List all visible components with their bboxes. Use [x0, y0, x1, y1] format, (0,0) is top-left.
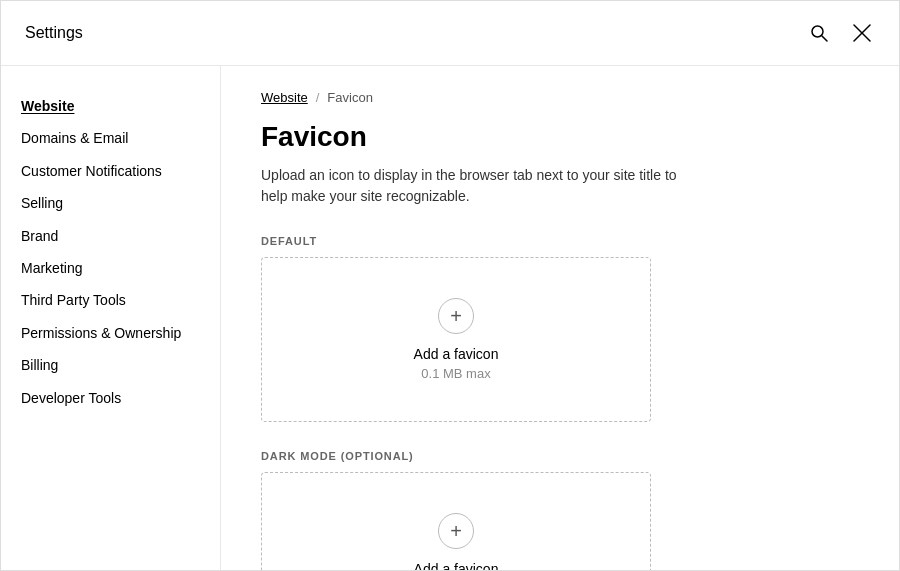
close-icon: [853, 24, 871, 42]
modal-body: Website Domains & Email Customer Notific…: [1, 66, 899, 570]
breadcrumb-current: Favicon: [327, 90, 373, 105]
search-icon: [809, 23, 829, 43]
dark-mode-section-label: DARK MODE (OPTIONAL): [261, 450, 859, 462]
main-content: Website / Favicon Favicon Upload an icon…: [221, 66, 899, 570]
page-title: Favicon: [261, 121, 859, 153]
svg-line-1: [822, 36, 827, 41]
settings-modal: Settings Website Domains & Email Custome…: [0, 0, 900, 571]
close-button[interactable]: [849, 20, 875, 46]
svg-point-0: [812, 26, 823, 37]
breadcrumb: Website / Favicon: [261, 90, 859, 105]
sidebar-item-customer-notifications[interactable]: Customer Notifications: [21, 155, 200, 187]
sidebar-item-marketing[interactable]: Marketing: [21, 252, 200, 284]
dark-mode-upload-label: Add a favicon: [414, 561, 499, 570]
default-upload-label: Add a favicon: [414, 346, 499, 362]
sidebar-item-developer-tools[interactable]: Developer Tools: [21, 382, 200, 414]
dark-mode-upload-box[interactable]: + Add a favicon 0.1 MB max: [261, 472, 651, 570]
sidebar-item-third-party-tools[interactable]: Third Party Tools: [21, 284, 200, 316]
sidebar-item-domains-email[interactable]: Domains & Email: [21, 122, 200, 154]
dark-mode-upload-plus-icon: +: [438, 513, 474, 549]
default-upload-sub: 0.1 MB max: [421, 366, 490, 381]
header-actions: [805, 19, 875, 47]
sidebar-item-selling[interactable]: Selling: [21, 187, 200, 219]
sidebar: Website Domains & Email Customer Notific…: [1, 66, 221, 570]
breadcrumb-parent[interactable]: Website: [261, 90, 308, 105]
default-section-label: DEFAULT: [261, 235, 859, 247]
modal-title: Settings: [25, 24, 83, 42]
page-description: Upload an icon to display in the browser…: [261, 165, 681, 207]
default-upload-plus-icon: +: [438, 298, 474, 334]
search-button[interactable]: [805, 19, 833, 47]
sidebar-item-website[interactable]: Website: [21, 90, 200, 122]
breadcrumb-separator: /: [316, 90, 320, 105]
sidebar-item-brand[interactable]: Brand: [21, 220, 200, 252]
sidebar-item-billing[interactable]: Billing: [21, 349, 200, 381]
default-upload-box[interactable]: + Add a favicon 0.1 MB max: [261, 257, 651, 422]
modal-header: Settings: [1, 1, 899, 66]
sidebar-item-permissions-ownership[interactable]: Permissions & Ownership: [21, 317, 200, 349]
